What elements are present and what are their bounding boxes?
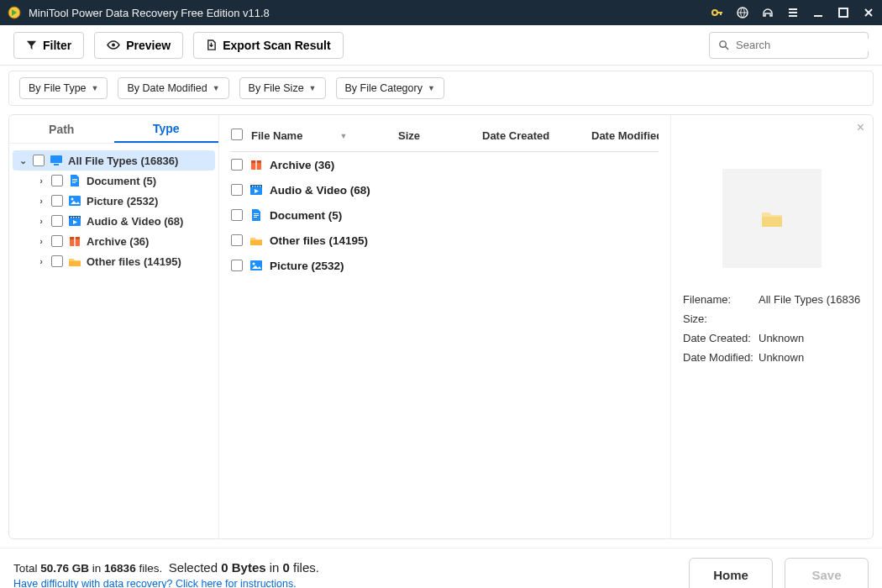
export-button[interactable]: Export Scan Result xyxy=(193,32,343,59)
expander-open-icon[interactable]: ⌄ xyxy=(18,155,28,166)
by-file-type-chip[interactable]: By File Type▼ xyxy=(19,77,108,99)
pic-icon xyxy=(249,259,263,272)
svg-point-4 xyxy=(112,44,115,47)
close-details-icon[interactable]: × xyxy=(857,120,864,135)
tree-item-label: Document (5) xyxy=(87,175,156,187)
tab-type[interactable]: Type xyxy=(114,115,219,143)
svg-rect-17 xyxy=(76,217,77,218)
checkbox[interactable] xyxy=(51,175,63,186)
expander-icon[interactable]: › xyxy=(36,216,46,226)
chip-label: By File Type xyxy=(29,82,87,94)
filter-label: Filter xyxy=(43,39,71,52)
help-link[interactable]: Have difficulty with data recovery? Clic… xyxy=(13,578,297,588)
menu-icon[interactable] xyxy=(786,6,800,19)
checkbox[interactable] xyxy=(51,215,63,227)
list-row[interactable]: Audio & Video (68) xyxy=(231,177,659,202)
caret-down-icon: ▼ xyxy=(92,84,99,92)
checkbox[interactable] xyxy=(231,184,243,196)
preview-thumbnail xyxy=(722,169,822,268)
select-all-checkbox[interactable] xyxy=(231,129,243,140)
checkbox[interactable] xyxy=(33,155,45,166)
meta-filename-val: All File Types (16836 xyxy=(759,293,861,306)
checkbox[interactable] xyxy=(231,209,243,221)
checkbox[interactable] xyxy=(51,235,63,247)
caret-down-icon: ▼ xyxy=(309,84,317,92)
home-button[interactable]: Home xyxy=(689,558,773,589)
svg-point-35 xyxy=(253,263,255,265)
col-filename[interactable]: File Name▼ xyxy=(251,129,398,142)
svg-rect-8 xyxy=(72,179,77,180)
footer: Total 50.76 GB in 16836 files. Selected … xyxy=(0,548,882,588)
svg-point-1 xyxy=(712,10,717,15)
close-icon[interactable] xyxy=(862,6,875,19)
monitor-icon xyxy=(50,154,63,167)
svg-rect-15 xyxy=(71,217,72,218)
sidebar: Path Type ⌄ All File Types (16836) ›Docu… xyxy=(9,115,219,538)
doc-icon xyxy=(68,174,81,187)
key-icon[interactable] xyxy=(711,6,724,19)
checkbox[interactable] xyxy=(231,260,243,271)
headset-icon[interactable] xyxy=(761,6,774,19)
tree-item[interactable]: ›Other files (14195) xyxy=(31,251,215,271)
checkbox[interactable] xyxy=(231,159,243,171)
checkbox[interactable] xyxy=(51,195,63,207)
save-button[interactable]: Save xyxy=(785,558,869,589)
minimize-icon[interactable] xyxy=(811,6,825,19)
tree-item[interactable]: ›Audio & Video (68) xyxy=(31,211,215,231)
av-icon xyxy=(249,183,263,197)
filter-button[interactable]: Filter xyxy=(13,32,84,59)
export-icon xyxy=(206,39,217,50)
svg-rect-3 xyxy=(839,8,848,17)
svg-rect-32 xyxy=(254,215,259,216)
list-item-label: Audio & Video (68) xyxy=(270,184,370,197)
svg-rect-11 xyxy=(69,196,81,206)
pic-icon xyxy=(68,194,81,207)
tree-item[interactable]: ›Document (5) xyxy=(31,171,215,191)
svg-rect-33 xyxy=(254,217,257,218)
preview-button[interactable]: Preview xyxy=(94,32,183,59)
titlebar: MiniTool Power Data Recovery Free Editio… xyxy=(0,0,882,25)
maximize-icon[interactable] xyxy=(837,6,850,19)
svg-rect-10 xyxy=(72,182,76,183)
checkbox[interactable] xyxy=(231,234,243,246)
list-row[interactable]: Picture (2532) xyxy=(231,253,659,278)
main-panel: Path Type ⌄ All File Types (16836) ›Docu… xyxy=(8,114,874,539)
list-row[interactable]: Document (5) xyxy=(231,202,659,228)
other-icon xyxy=(249,234,263,247)
col-date-modified[interactable]: Date Modified xyxy=(591,129,659,142)
checkbox[interactable] xyxy=(51,255,63,267)
list-row[interactable]: Other files (14195) xyxy=(231,228,659,253)
svg-rect-31 xyxy=(254,213,259,214)
expander-icon[interactable]: › xyxy=(36,236,46,246)
list-header: File Name▼ Size Date Created Date Modifi… xyxy=(231,123,659,152)
tab-path[interactable]: Path xyxy=(9,115,114,143)
col-size[interactable]: Size xyxy=(398,129,482,142)
col-date-created[interactable]: Date Created xyxy=(482,129,591,142)
globe-icon[interactable] xyxy=(736,6,749,19)
chip-label: By File Size xyxy=(249,82,304,94)
svg-rect-18 xyxy=(78,217,80,218)
tree-item-label: Other files (14195) xyxy=(87,255,181,268)
tree-item[interactable]: ›Archive (36) xyxy=(31,231,215,251)
chip-label: By Date Modified xyxy=(127,82,207,94)
svg-rect-21 xyxy=(74,237,76,246)
meta-modified-key: Date Modified: xyxy=(683,351,759,364)
meta-size-val xyxy=(759,312,861,325)
by-file-category-chip[interactable]: By File Category▼ xyxy=(336,77,444,99)
sort-caret-icon: ▼ xyxy=(339,132,347,140)
chip-label: By File Category xyxy=(345,82,423,94)
svg-rect-24 xyxy=(255,160,257,170)
tree-item[interactable]: ›Picture (2532) xyxy=(31,191,215,211)
expander-icon[interactable]: › xyxy=(36,256,46,266)
preview-label: Preview xyxy=(126,39,171,52)
search-input[interactable] xyxy=(736,39,877,51)
by-date-modified-chip[interactable]: By Date Modified▼ xyxy=(118,77,228,99)
list-row[interactable]: Archive (36) xyxy=(231,152,659,177)
by-file-size-chip[interactable]: By File Size▼ xyxy=(239,77,326,99)
toolbar: Filter Preview Export Scan Result xyxy=(0,25,882,66)
expander-icon[interactable]: › xyxy=(36,196,46,206)
expander-icon[interactable]: › xyxy=(36,176,46,186)
tree-root[interactable]: ⌄ All File Types (16836) xyxy=(13,150,215,171)
meta-size-key: Size: xyxy=(683,312,759,325)
search-box[interactable] xyxy=(709,32,869,59)
